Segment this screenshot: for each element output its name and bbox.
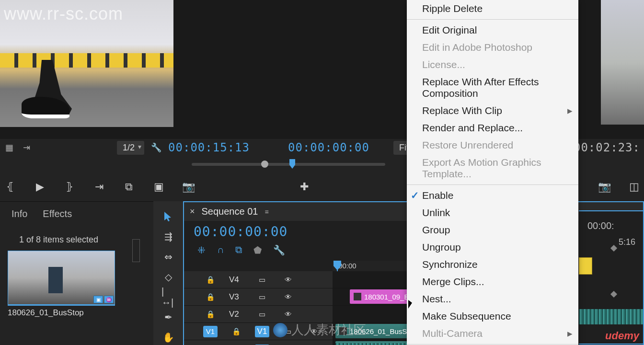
audio-right[interactable] (579, 307, 643, 326)
linked-selection-icon[interactable]: ⧉ (235, 244, 242, 256)
hand-tool-icon[interactable]: ✋ (161, 332, 175, 343)
ripple-edit-tool-icon[interactable]: ⇔ (161, 251, 175, 263)
panel-options-button[interactable] (132, 239, 140, 262)
menu-item-make-subsequence[interactable]: Make Subsequence (407, 308, 578, 325)
menu-item-replace-with-after-effects-composition[interactable]: Replace With After Effects Composition (407, 73, 578, 102)
menu-item-edit-original[interactable]: Edit Original (407, 22, 578, 39)
clip-magenta-label: 180301_09_B (364, 293, 409, 301)
fx-badge-icon (354, 293, 361, 300)
export-frame-icon[interactable]: 📷 (183, 182, 194, 192)
audio-badge-icon: ♒ (104, 296, 114, 303)
keyframe-1-icon[interactable] (610, 245, 617, 252)
timeline-timecode[interactable]: 00:00:00:00 (192, 224, 288, 240)
selection-tool-icon[interactable] (161, 211, 175, 222)
menu-item-unlink[interactable]: Unlink (407, 204, 578, 221)
menu-item-export-as-motion-graphics-template: Export As Motion Graphics Template... (407, 154, 578, 183)
eye-v4-icon[interactable]: 👁 (281, 274, 295, 286)
tool-palette: ⇶ ⇔ ◇ |↔| ✒ ✋ (153, 201, 183, 345)
menu-item-merge-clips[interactable]: Merge Clips... (407, 273, 578, 290)
menu-item-enable[interactable]: Enable (407, 187, 578, 204)
close-tab-icon[interactable]: × (190, 207, 195, 217)
lock-v2-icon[interactable]: 🔒 (203, 309, 218, 320)
mouse-cursor-icon (408, 300, 417, 311)
watermark-url: www.rr-sc.com (4, 4, 123, 24)
src-v1-button[interactable]: V1 (203, 326, 218, 337)
submenu-arrow-icon: ▸ (567, 328, 573, 339)
insert-icon[interactable]: ⧉ (124, 182, 134, 192)
keyframe-2-icon[interactable] (610, 291, 617, 298)
drag-icon[interactable]: ⇥ (21, 142, 32, 153)
menu-item-nest[interactable]: Nest... (407, 290, 578, 308)
tab-menu-icon[interactable]: ≡ (264, 208, 268, 216)
tc-right-val: 5:16 (619, 237, 635, 247)
menu-item-replace-with-clip[interactable]: Replace With Clip▸ (407, 102, 578, 119)
media-clip-name[interactable]: 180626_01_BusStop (0, 306, 153, 320)
step-forward-icon[interactable]: ⇥ (94, 182, 104, 192)
timeline-right-tc: 00:00: (579, 211, 643, 240)
watermark-udemy: udemy (605, 330, 639, 342)
media-thumbnail[interactable]: ▣ ♒ (8, 251, 115, 306)
settings-tl-icon[interactable]: 🔧 (273, 244, 285, 256)
marker-tl-icon[interactable]: ⬟ (253, 244, 262, 256)
timeline-right-segment: 00:00: 5:16 (579, 210, 644, 345)
program-timecode[interactable]: 00:00:00:00 (288, 141, 369, 154)
camera-icon[interactable]: 📷 (599, 182, 610, 192)
menu-separator (407, 184, 578, 185)
eye-v2-icon[interactable]: 👁 (281, 309, 295, 320)
program-preview[interactable] (601, 0, 644, 125)
menu-item-group[interactable]: Group (407, 221, 578, 239)
toggle-v4-icon[interactable]: ▭ (255, 274, 269, 286)
pen-tool-icon[interactable]: ✒ (161, 311, 175, 323)
program-out-timecode[interactable]: 00:02:23: (574, 141, 640, 154)
video-badge-icon: ▣ (93, 296, 103, 303)
context-menu: Ripple DeleteEdit OriginalEdit in Adobe … (407, 0, 578, 345)
menu-item-edit-in-adobe-photoshop: Edit in Adobe Photoshop (407, 39, 578, 56)
add-button-icon[interactable]: ✚ (299, 182, 310, 192)
toggle-v3-icon[interactable]: ▭ (255, 291, 269, 303)
compare-icon[interactable]: ◫ (629, 182, 639, 192)
lock-v1-icon[interactable]: 🔒 (229, 326, 243, 337)
track-label-v1[interactable]: V1 (255, 326, 269, 337)
submenu-arrow-icon: ▸ (567, 105, 573, 116)
track-select-tool-icon[interactable]: ⇶ (161, 231, 175, 242)
menu-item-ripple-delete[interactable]: Ripple Delete (407, 0, 578, 17)
source-timecode[interactable]: 00:00:15:13 (168, 141, 250, 154)
film-icon[interactable]: ▦ (4, 142, 14, 153)
menu-item-ungroup[interactable]: Ungroup (407, 239, 578, 256)
slip-tool-icon[interactable]: |↔| (161, 291, 175, 303)
clip-yellow[interactable] (579, 257, 592, 275)
razor-tool-icon[interactable]: ◇ (161, 271, 175, 283)
track-label-v2[interactable]: V2 (229, 310, 243, 319)
lock-v4-icon[interactable]: 🔒 (203, 274, 218, 286)
menu-item-restore-unrendered: Restore Unrendered (407, 137, 578, 154)
magnet-icon[interactable]: ∩ (217, 244, 224, 256)
track-label-v4[interactable]: V4 (229, 275, 243, 285)
watermark-center: 人人素材社区 (273, 322, 366, 338)
lock-v3-icon[interactable]: 🔒 (203, 291, 218, 303)
wrench-icon[interactable]: 🔧 (151, 142, 161, 153)
sequence-name: Sequence 01 (202, 206, 258, 217)
project-panel: Info Effects 1 of 8 items selected ▣ ♒ 1… (0, 201, 153, 345)
menu-item-synchronize[interactable]: Synchronize (407, 256, 578, 273)
tab-effects[interactable]: Effects (43, 208, 72, 219)
eye-v3-icon[interactable]: 👁 (281, 291, 295, 303)
source-zoom-select[interactable]: 1/2 (117, 141, 144, 155)
menu-item-multi-camera: Multi-Camera▸ (407, 325, 578, 342)
mark-out-icon[interactable]: ⦄ (64, 182, 75, 192)
mark-in-icon[interactable]: ⦃ (5, 182, 15, 192)
menu-separator (407, 19, 578, 20)
track-label-v3[interactable]: V3 (229, 292, 243, 302)
play-icon[interactable]: ▶ (34, 182, 45, 192)
snap-icon[interactable]: ⁜ (197, 244, 206, 256)
toggle-v2-icon[interactable]: ▭ (255, 309, 269, 320)
source-scrubber[interactable] (192, 163, 385, 166)
watermark-logo-icon (273, 323, 288, 337)
overwrite-icon[interactable]: ▣ (153, 182, 164, 192)
tab-info[interactable]: Info (12, 208, 27, 219)
menu-item-license: License... (407, 56, 578, 73)
selection-status: 1 of 8 items selected (0, 226, 153, 251)
menu-item-render-and-replace[interactable]: Render and Replace... (407, 119, 578, 137)
menu-separator (407, 344, 578, 345)
